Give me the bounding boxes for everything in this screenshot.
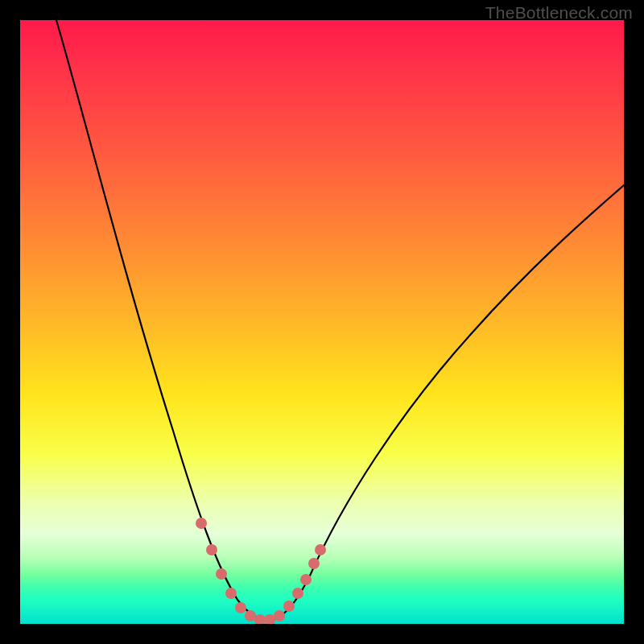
svg-point-8 bbox=[274, 610, 285, 621]
chart-svg bbox=[20, 20, 624, 624]
svg-point-3 bbox=[225, 588, 237, 599]
svg-point-1 bbox=[206, 544, 217, 555]
svg-point-10 bbox=[292, 588, 303, 599]
highlight-dots bbox=[196, 518, 326, 624]
svg-point-12 bbox=[308, 558, 320, 569]
svg-point-6 bbox=[254, 614, 266, 624]
svg-point-5 bbox=[245, 610, 256, 621]
svg-point-13 bbox=[315, 544, 326, 555]
chart-frame: TheBottleneck.com bbox=[0, 0, 644, 644]
svg-point-7 bbox=[264, 614, 275, 624]
svg-point-11 bbox=[300, 574, 312, 585]
svg-point-0 bbox=[196, 518, 207, 529]
plot-area bbox=[20, 20, 624, 624]
svg-point-4 bbox=[235, 602, 246, 613]
svg-point-2 bbox=[216, 568, 227, 580]
svg-point-9 bbox=[283, 601, 295, 612]
bottleneck-curve-path bbox=[56, 20, 624, 620]
